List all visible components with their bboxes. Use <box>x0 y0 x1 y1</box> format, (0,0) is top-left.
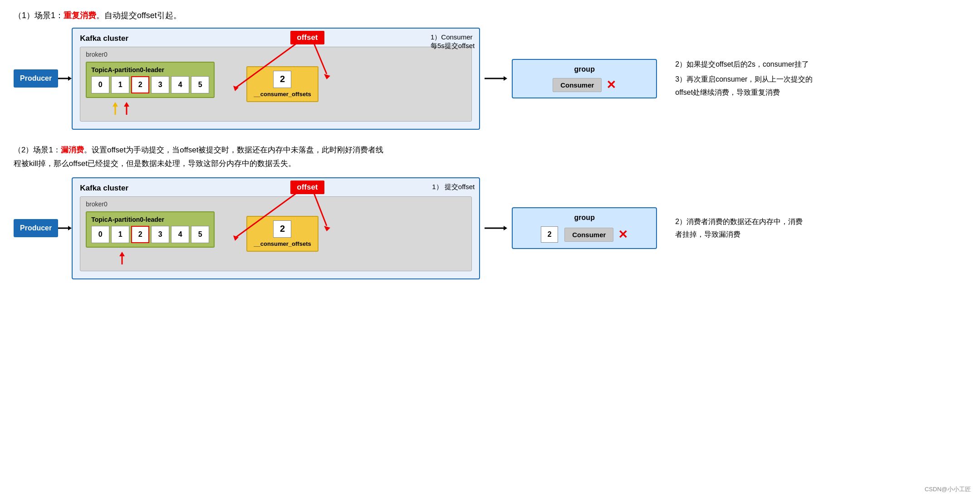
s2-title-suffix: 。设置offset为手动提交，当offset被提交时，数据还在内存中未落盘，此时… <box>84 146 384 154</box>
partition-label-s1: TopicA-partition0-leader <box>91 66 209 73</box>
partition-label-s2: TopicA-partition0-leader <box>91 216 209 223</box>
s2-title-prefix: （2）场景1： <box>14 146 61 154</box>
desc-area-s2: 2）消费者消费的数据还在内存中，消费 者挂掉，导致漏消费 <box>675 215 803 242</box>
svg-marker-3 <box>113 102 118 107</box>
svg-marker-13 <box>68 226 72 230</box>
partition-box-s1: TopicA-partition0-leader 0 1 2 3 4 5 <box>86 62 215 98</box>
broker-label-s2: broker0 <box>86 200 466 208</box>
cell-3-s2: 3 <box>151 226 169 243</box>
cell-1-s1: 1 <box>111 76 129 93</box>
cells-row-s1: 0 1 2 3 4 5 <box>91 76 209 93</box>
x-mark-s1: ✕ <box>606 78 616 92</box>
s2-title-line2: 程被kill掉，那么offset已经提交，但是数据未处理，导致这部分内存中的数据… <box>14 159 296 168</box>
desc-area-s1: 2）如果提交offset后的2s，consumer挂了 3）再次重启consum… <box>675 58 813 99</box>
group-box-s1: group Consumer ✕ <box>512 59 657 98</box>
svg-marker-1 <box>68 76 72 81</box>
scenario2-title: （2）场景1：漏消费。设置offset为手动提交，当offset被提交时，数据还… <box>14 143 966 171</box>
group-box-s2: group 2 Consumer ✕ <box>512 207 657 249</box>
offsets-label-s1: __consumer_offsets <box>254 91 311 98</box>
cell-3-s1: 3 <box>151 76 169 93</box>
kafka-cluster-s1: Kafka cluster broker0 TopicA-partition0-… <box>72 28 480 130</box>
broker-box-s1: broker0 TopicA-partition0-leader 0 1 2 3… <box>80 47 472 122</box>
offsets-label-s2: __consumer_offsets <box>254 240 311 247</box>
cell-1-s2: 1 <box>111 226 129 243</box>
kafka-cluster-label-s1: Kafka cluster <box>80 34 472 43</box>
offsets-number-s1: 2 <box>273 71 291 88</box>
cell-0-s2: 0 <box>91 226 109 243</box>
scenario1-title: （1）场景1：重复消费。自动提交offset引起。 <box>14 9 966 22</box>
cell-4-s2: 4 <box>171 226 189 243</box>
s1-title-prefix: （1）场景1： <box>14 11 64 20</box>
broker-box-s2: broker0 TopicA-partition0-leader 0 1 2 3… <box>80 196 472 271</box>
producer-box-s2: Producer <box>14 219 58 237</box>
kafka-cluster-label-s2: Kafka cluster <box>80 184 472 193</box>
consumer-number-s2: 2 <box>541 226 558 243</box>
offsets-box-s1: 2 __consumer_offsets <box>246 66 318 102</box>
cell-2-s1: 2 <box>131 76 149 93</box>
offset-label-s1: offset <box>290 31 324 44</box>
svg-marker-21 <box>504 226 507 230</box>
s1-title-highlight: 重复消费 <box>64 11 96 20</box>
scenario2-block: （2）场景1：漏消费。设置offset为手动提交，当offset被提交时，数据还… <box>14 143 966 279</box>
cell-2-s2: 2 <box>131 226 149 243</box>
offset-label-s2: offset <box>290 181 324 194</box>
svg-marker-15 <box>119 252 125 256</box>
watermark: CSDN@小小工匠 <box>925 485 971 493</box>
cell-5-s1: 5 <box>191 76 209 93</box>
partition-box-s2: TopicA-partition0-leader 0 1 2 3 4 5 <box>86 211 215 248</box>
group-label-s1: group <box>521 65 648 73</box>
consumer-box-s1: Consumer <box>553 78 602 92</box>
broker-label-s1: broker0 <box>86 51 466 58</box>
scenario1-block: （1）场景1：重复消费。自动提交offset引起。 Producer Kafka… <box>14 9 966 130</box>
cluster-note1-s2: 1） 提交offset <box>432 183 475 191</box>
consumer-box-s2: Consumer <box>564 228 613 242</box>
s1-title-suffix: 。自动提交offset引起。 <box>96 11 181 20</box>
svg-marker-11 <box>504 76 507 81</box>
cell-4-s1: 4 <box>171 76 189 93</box>
svg-marker-5 <box>124 102 129 107</box>
cell-5-s2: 5 <box>191 226 209 243</box>
consumer-row-s1: Consumer ✕ <box>521 78 648 92</box>
kafka-cluster-s2: Kafka cluster broker0 TopicA-partition0-… <box>72 177 480 279</box>
s2-title-highlight: 漏消费 <box>61 146 84 154</box>
cells-row-s2: 0 1 2 3 4 5 <box>91 226 209 243</box>
consumer-row-s2: 2 Consumer ✕ <box>521 226 648 243</box>
cluster-note1-s1: 1）Consumer 每5s提交offset <box>431 33 475 50</box>
group-label-s2: group <box>521 214 648 222</box>
producer-box-s1: Producer <box>14 69 58 88</box>
offsets-box-s2: 2 __consumer_offsets <box>246 216 318 252</box>
offsets-number-s2: 2 <box>273 220 291 238</box>
x-mark-s2: ✕ <box>618 228 628 242</box>
cell-0-s1: 0 <box>91 76 109 93</box>
